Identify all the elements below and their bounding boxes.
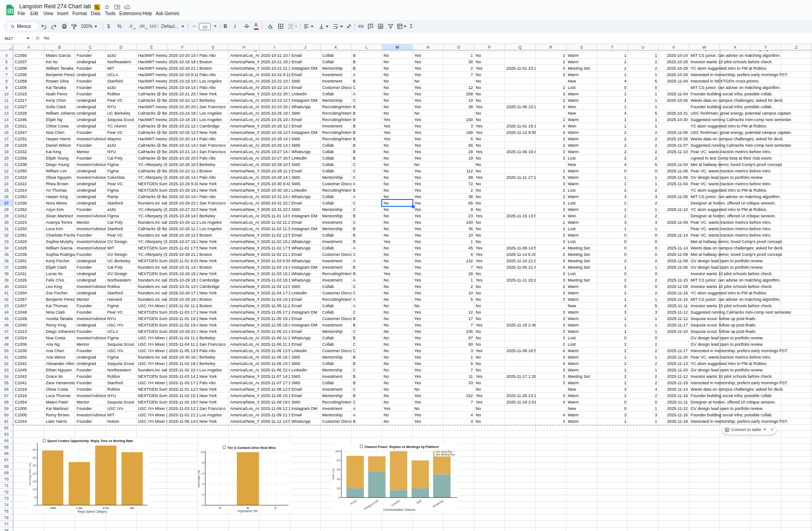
svg-text:40: 40 — [337, 478, 340, 481]
svg-text:B: B — [247, 506, 249, 509]
svg-text:<24h: <24h — [49, 506, 56, 509]
svg-text:A: A — [219, 506, 221, 509]
svg-text:Speed Creates Opportunity: Rep: Speed Creates Opportunity: Reply Time vs… — [47, 439, 133, 443]
svg-text:Communication Channel: Communication Channel — [383, 508, 415, 511]
svg-text:20: 20 — [33, 472, 36, 475]
svg-text:25: 25 — [33, 464, 36, 467]
svg-text:15: 15 — [33, 480, 36, 483]
svg-text:6: 6 — [202, 472, 204, 475]
svg-text:30: 30 — [33, 456, 36, 459]
svg-text:Reply Rate: Reply Rate — [441, 451, 452, 453]
svg-text:Importance Tier: Importance Tier — [238, 509, 258, 513]
svg-text:Reply Speed Category: Reply Speed Category — [77, 510, 107, 514]
svg-text:1-3d: 1-3d — [77, 506, 82, 509]
svg-text:7d+: 7d+ — [130, 506, 135, 509]
svg-text:Tier A Contacts Drive Real Win: Tier A Contacts Drive Real Wins — [227, 446, 276, 449]
svg-text:8: 8 — [202, 461, 204, 464]
svg-text:60: 60 — [337, 468, 340, 471]
svg-text:0: 0 — [34, 503, 36, 507]
svg-text:3-7d: 3-7d — [103, 506, 109, 509]
svg-text:C: C — [274, 506, 277, 509]
svg-text:80: 80 — [337, 459, 340, 462]
svg-text:0: 0 — [202, 503, 204, 507]
svg-text:10: 10 — [33, 487, 36, 491]
svg-text:4: 4 — [202, 482, 204, 486]
svg-text:5: 5 — [34, 496, 36, 499]
svg-text:20: 20 — [337, 487, 340, 490]
svg-text:35: 35 — [33, 448, 36, 451]
svg-text:2: 2 — [202, 493, 204, 496]
svg-text:100: 100 — [335, 450, 340, 453]
svg-text:0: 0 — [338, 496, 340, 499]
svg-text:Channel Power: Replies vs Meet: Channel Power: Replies vs Meetings by Pl… — [364, 445, 439, 449]
svg-text:Meeting Rate: Meeting Rate — [441, 454, 455, 456]
svg-text:10: 10 — [201, 450, 204, 454]
